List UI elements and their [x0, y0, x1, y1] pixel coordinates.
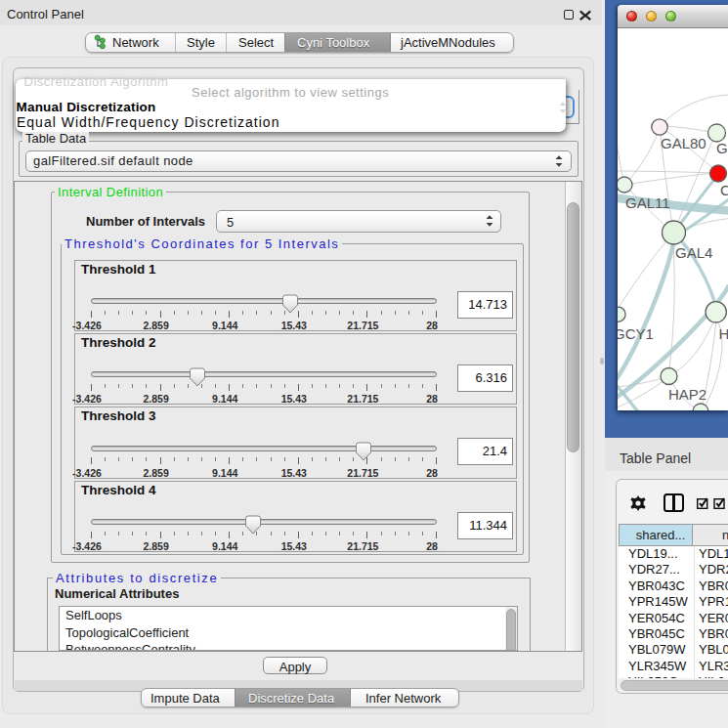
svg-text:C: C	[720, 182, 728, 198]
svg-text:H: H	[719, 325, 728, 342]
svg-text:GAL11: GAL11	[625, 194, 670, 211]
svg-text:GCY1: GCY1	[618, 325, 654, 342]
svg-text:G.: G.	[716, 140, 728, 156]
svg-text:HAP2: HAP2	[668, 386, 707, 403]
svg-text:GAL4: GAL4	[675, 244, 712, 261]
svg-text:GAL80: GAL80	[661, 135, 707, 151]
